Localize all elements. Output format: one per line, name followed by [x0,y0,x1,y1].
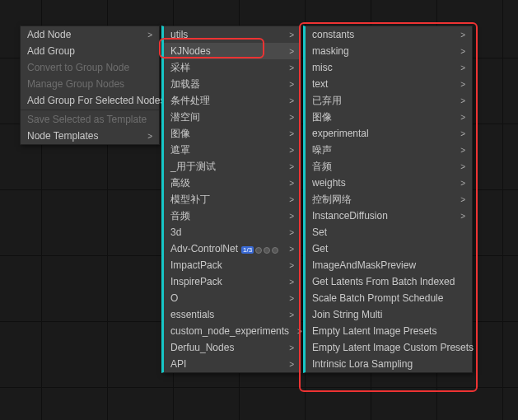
menu-item[interactable]: 高级> [164,175,301,191]
menu-item[interactable]: 噪声> [306,142,472,158]
menu-item[interactable]: utils> [164,26,301,43]
chevron-right-icon: > [460,113,465,122]
menu-item-label: ImpactPack [170,259,222,271]
menu-item-label: Empty Latent Image Presets [312,325,436,337]
menu-item[interactable]: 遮罩> [164,142,301,158]
menu-item[interactable]: Node Templates> [21,128,159,144]
menu-item-label: 3d [170,226,181,238]
menu-item-label: Node Templates [27,130,99,142]
menu-item[interactable]: Empty Latent Image Custom Presets [306,339,472,356]
menu-item[interactable]: Get [306,240,472,257]
menu-item[interactable]: 条件处理> [164,92,301,109]
chevron-right-icon: > [460,80,465,89]
menu-item[interactable]: Derfuu_Nodes> [164,339,301,356]
menu-item-label: 音频 [170,209,190,223]
menu-item-label: ImageAndMaskPreview [312,259,416,271]
menu-item[interactable]: 音频> [306,158,472,175]
menu-item-label: 控制网络 [312,193,352,207]
menu-item[interactable]: weights> [306,175,472,191]
menu-item[interactable]: 加载器> [164,76,301,92]
menu-item: Convert to Group Node [21,59,159,76]
menu-item[interactable]: InspirePack> [164,273,301,290]
menu-item[interactable]: 模型补丁> [164,191,301,208]
menu-item[interactable]: misc> [306,59,472,76]
menu-item-label: 加载器 [170,77,200,91]
chevron-right-icon: > [289,343,294,352]
menu-item[interactable]: Intrinsic Lora Sampling [306,356,472,372]
menu-item[interactable]: Join String Multi [306,306,472,323]
menu-item-label: _用于测试 [170,160,216,174]
menu-item[interactable]: Add Group For Selected Nodes [21,92,159,109]
menu-item[interactable]: InstanceDiffusion> [306,208,472,224]
menu-item-label: Get Latents From Batch Indexed [312,276,455,287]
menu-item-label: Derfuu_Nodes [170,342,234,353]
menu-item-label: 噪声 [312,143,332,157]
menu-item-label: Scale Batch Prompt Schedule [312,292,443,304]
menu-item[interactable]: constants> [306,26,472,43]
menu-item-label: utils [170,29,188,40]
menu-item[interactable]: experimental> [306,125,472,142]
menu-item-label: Add Group For Selected Nodes [27,95,165,106]
menu-item-label: Adv-ControlNet1/3 [170,243,278,254]
menu-item[interactable]: 已弃用> [306,92,472,109]
menu-item-label: 音频 [312,160,332,174]
menu-item-label: essentials [170,309,214,320]
menu-item[interactable]: 控制网络> [306,191,472,208]
chevron-right-icon: > [289,294,294,303]
chevron-right-icon: > [289,278,294,287]
context-submenu-categories: utils>KJNodes>采样>加载器>条件处理>潜空间>图像>遮罩>_用于测… [161,26,301,373]
menu-item[interactable]: KJNodes> [164,43,301,59]
menu-item-label: Set [312,226,327,238]
chevron-right-icon: > [297,327,302,336]
menu-item[interactable]: Scale Batch Prompt Schedule [306,290,472,306]
menu-item-label: InstanceDiffusion [312,210,388,222]
chevron-right-icon: > [289,30,294,40]
menu-item[interactable]: 图像> [164,125,301,142]
menu-item-label: Convert to Group Node [27,62,129,73]
chevron-right-icon: > [460,47,465,56]
chevron-right-icon: > [460,162,465,171]
menu-item-label: 图像 [170,127,190,141]
chevron-right-icon: > [460,212,465,221]
menu-item[interactable]: 音频> [164,208,301,224]
menu-item[interactable]: Add Group [21,43,159,59]
menu-item[interactable]: text> [306,76,472,92]
menu-item[interactable]: ImageAndMaskPreview [306,257,472,273]
menu-item[interactable]: Empty Latent Image Presets [306,323,472,339]
menu-item-label: O [170,292,178,304]
menu-item-label: 条件处理 [170,94,210,108]
chevron-right-icon: > [147,132,152,141]
menu-item[interactable]: essentials> [164,306,301,323]
menu-item-label: InspirePack [170,276,222,287]
menu-item[interactable]: 图像> [306,109,472,125]
chevron-right-icon: > [460,63,465,72]
menu-item[interactable]: ImpactPack> [164,257,301,273]
menu-item[interactable]: Set [306,224,472,240]
menu-item[interactable]: custom_node_experiments> [164,323,301,339]
menu-item[interactable]: 3d> [164,224,301,240]
chevron-right-icon: > [289,96,294,105]
menu-item-label: 图像 [312,110,332,124]
menu-item[interactable]: Adv-ControlNet1/3> [164,240,301,257]
menu-item[interactable]: API> [164,356,301,372]
menu-item[interactable]: Get Latents From Batch Indexed [306,273,472,290]
menu-item-label: Empty Latent Image Custom Presets [312,342,474,353]
chevron-right-icon: > [289,245,294,254]
chevron-right-icon: > [289,146,294,155]
menu-item[interactable]: masking> [306,43,472,59]
menu-item[interactable]: 采样> [164,59,301,76]
chevron-right-icon: > [147,30,152,40]
menu-item[interactable]: O> [164,290,301,306]
chevron-right-icon: > [289,310,294,320]
menu-item: Manage Group Nodes [21,76,159,92]
chevron-right-icon: > [289,195,294,204]
menu-item-label: 高级 [170,176,190,190]
menu-item[interactable]: _用于测试> [164,158,301,175]
menu-item-label: weights [312,177,346,189]
menu-item[interactable]: 潜空间> [164,109,301,125]
menu-item-label: Add Group [27,45,75,57]
menu-item-label: experimental [312,128,369,139]
menu-item[interactable]: Add Node> [21,26,159,43]
chevron-right-icon: > [289,179,294,188]
menu-item-label: text [312,78,328,90]
